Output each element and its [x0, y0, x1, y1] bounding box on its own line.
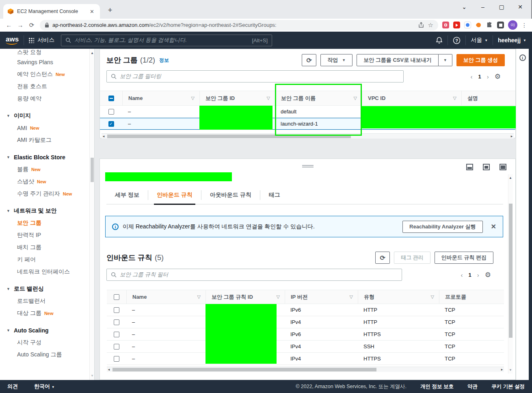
tab-close-icon[interactable]: ✕	[88, 9, 96, 15]
create-security-group-button[interactable]: 보안 그룹 생성	[456, 54, 505, 66]
column-header[interactable]: Name▽	[122, 91, 199, 105]
sort-icon[interactable]: ▽	[277, 294, 280, 300]
address-bar[interactable]: ap-northeast-2.console.aws.amazon.com /e…	[40, 20, 438, 30]
sort-icon[interactable]: ▽	[453, 96, 456, 101]
sidebar-item[interactable]: Auto Scaling 그룹	[0, 349, 94, 361]
run-reachability-analyzer-button[interactable]: Reachability Analyzer 실행	[402, 221, 483, 233]
row-checkbox[interactable]	[114, 332, 119, 337]
refresh-button[interactable]: ⟳	[375, 252, 390, 264]
region-selector[interactable]: 서울 ▼	[471, 37, 488, 44]
page-number[interactable]: 1	[469, 272, 471, 278]
sort-icon[interactable]: ▽	[191, 96, 195, 101]
table-settings-gear-icon[interactable]: ⚙	[485, 271, 491, 279]
sidebar-item[interactable]: 전용 호스트	[0, 80, 94, 93]
inbound-horizontal-scrollbar[interactable]: ◂ ▸	[107, 367, 504, 372]
inbound-rule-row[interactable]: –IPv6HTTPTCP	[107, 304, 504, 316]
rule-filter-input[interactable]: 보안 그룹 규칙 필터	[106, 269, 402, 281]
sidebar-item[interactable]: 예약 인스턴스New	[0, 68, 94, 80]
global-search-input[interactable]: 서비스, 기능, 블로그, 설명서 등을 검색합니다. [Alt+S]	[61, 35, 272, 46]
help-info-icon[interactable]: i	[519, 54, 526, 61]
sort-icon[interactable]: ▽	[197, 294, 201, 300]
inbound-rule-row[interactable]: –IPv4HTTPSTCP	[107, 353, 504, 365]
new-tab-button[interactable]: +	[105, 5, 115, 15]
actions-button[interactable]: 작업 ▼	[320, 54, 353, 66]
sidebar-item[interactable]: 볼륨New	[0, 163, 94, 176]
sidebar-item[interactable]: 시작 구성	[0, 337, 94, 349]
close-button[interactable]: ✕	[511, 4, 530, 10]
scrollbar-thumb[interactable]	[509, 204, 513, 338]
notifications-bell-icon[interactable]	[436, 37, 443, 44]
tab-tags[interactable]: 태그	[260, 186, 289, 204]
refresh-button[interactable]: ⟳	[302, 54, 316, 66]
help-icon[interactable]: ?	[453, 37, 461, 44]
scroll-left-icon[interactable]: ◂	[102, 134, 106, 138]
page-next-icon[interactable]: ›	[487, 73, 489, 80]
row-checkbox[interactable]	[108, 109, 114, 115]
sidebar-item[interactable]: 수명 주기 관리자New	[0, 188, 94, 200]
sidebar-section-header[interactable]: ▼로드 밸런싱	[0, 283, 94, 295]
extension-icon[interactable]	[442, 22, 449, 28]
column-header[interactable]: 유형▽	[358, 290, 439, 304]
layout-half-icon[interactable]	[466, 164, 473, 170]
sort-icon[interactable]: ▽	[267, 96, 270, 101]
page-prev-icon[interactable]: ‹	[461, 271, 463, 278]
browser-profile-avatar[interactable]: 아	[508, 20, 517, 30]
sidebar-item[interactable]: 네트워크 인터페이스	[0, 266, 94, 278]
extension-icon[interactable]	[497, 22, 504, 28]
row-checkbox[interactable]	[114, 319, 119, 325]
sidebar-item[interactable]: 보안 그룹	[0, 217, 94, 229]
column-header[interactable]: 프로토콜	[439, 290, 504, 304]
layout-medium-icon[interactable]	[483, 164, 490, 170]
scrollbar-thumb[interactable]	[112, 368, 376, 371]
export-csv-dropdown[interactable]: ▼	[439, 54, 452, 66]
page-next-icon[interactable]: ›	[477, 271, 479, 278]
language-selector[interactable]: 한국어 ▼	[34, 383, 55, 390]
tab-inbound-rules[interactable]: 인바운드 규칙	[148, 186, 201, 204]
services-menu[interactable]: 서비스	[29, 37, 54, 44]
privacy-link[interactable]: 개인 정보 보호	[420, 383, 454, 390]
forward-icon[interactable]: →	[15, 22, 26, 28]
column-header[interactable]: 보안 그룹 ID▽	[199, 91, 275, 105]
sidebar-section-header[interactable]: ▼네트워크 및 보안	[0, 205, 94, 217]
column-header[interactable]: 설명	[461, 91, 515, 105]
cookie-preferences-link[interactable]: 쿠키 기본 설정	[491, 383, 525, 390]
feedback-link[interactable]: 의견	[7, 383, 18, 390]
extension-icon[interactable]	[475, 22, 482, 28]
back-icon[interactable]: ←	[3, 22, 15, 28]
column-header[interactable]: VPC ID▽	[362, 91, 461, 105]
scroll-up-icon[interactable]: ▲	[91, 51, 94, 55]
layout-full-icon[interactable]	[500, 164, 506, 170]
table-settings-gear-icon[interactable]: ⚙	[495, 72, 501, 81]
inbound-rule-row[interactable]: –IPv6HTTPSTCP	[107, 328, 504, 341]
sidebar-section-header[interactable]: ▼이미지	[0, 110, 94, 122]
export-csv-button[interactable]: 보안 그룹을 CSV로 내보내기	[357, 54, 439, 66]
column-header[interactable]: Name▽	[126, 290, 205, 304]
scroll-up-icon[interactable]: ▲	[509, 176, 512, 180]
info-link[interactable]: 정보	[159, 57, 169, 64]
sidebar-item[interactable]: Savings Plans	[0, 56, 94, 68]
scroll-right-icon[interactable]: ▸	[510, 134, 514, 138]
scroll-right-icon[interactable]: ▸	[500, 367, 504, 371]
sidebar-item[interactable]: AMINew	[0, 122, 94, 134]
sg-filter-input[interactable]: 보안 그룹 필터링	[106, 70, 404, 83]
sidebar-item[interactable]: 배치 그룹	[0, 241, 94, 254]
sidebar-item[interactable]: 용량 예약	[0, 93, 94, 105]
detail-vertical-scrollbar[interactable]: ▲ ▼	[508, 174, 513, 373]
account-menu[interactable]: heeheejj ▼	[498, 37, 526, 43]
sidebar-item[interactable]: 대상 그룹New	[0, 307, 94, 319]
aws-logo[interactable]: aws	[6, 36, 19, 45]
sidebar-item[interactable]: 스팟 요청	[0, 49, 94, 56]
scroll-down-icon[interactable]: ▼	[91, 374, 94, 378]
column-header[interactable]: 보안 그룹 규칙 ID▽	[205, 290, 285, 304]
row-checkbox[interactable]	[114, 307, 119, 313]
tab-details[interactable]: 세부 정보	[106, 186, 148, 204]
puzzle-extensions-icon[interactable]	[486, 22, 493, 28]
youtube-extension-icon[interactable]	[453, 22, 460, 28]
browser-tab[interactable]: EC2 Management Console ✕	[3, 4, 100, 19]
sidebar-item[interactable]: 로드밸런서	[0, 295, 94, 307]
sidebar-scrollbar[interactable]: ▲ ▼	[89, 49, 94, 380]
banner-close-icon[interactable]: ✕	[491, 223, 496, 230]
bookmark-star-icon[interactable]: ☆	[428, 22, 433, 29]
sort-icon[interactable]: ▽	[350, 294, 353, 300]
page-number[interactable]: 1	[478, 74, 481, 80]
